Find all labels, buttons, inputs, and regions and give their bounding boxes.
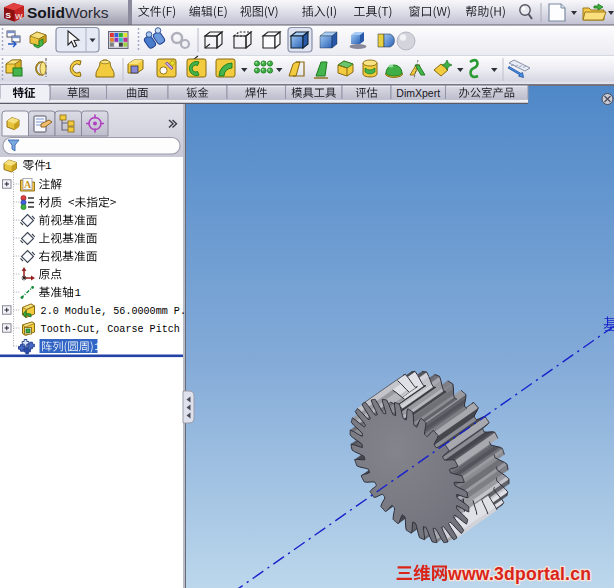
svg-text:www.3dportal.cn: www.3dportal.cn bbox=[447, 564, 591, 584]
svg-text:A: A bbox=[24, 179, 32, 190]
svg-text:2.0 Module, 56.0000mm P.: 2.0 Module, 56.0000mm P. bbox=[41, 306, 186, 317]
svg-text:1: 1 bbox=[74, 287, 81, 299]
svg-text:SolidWorks: SolidWorks bbox=[27, 4, 109, 21]
svg-text:DimXpert: DimXpert bbox=[396, 87, 440, 99]
svg-text:1: 1 bbox=[45, 160, 52, 172]
svg-text:1: 1 bbox=[94, 341, 101, 353]
svg-text:W: W bbox=[15, 12, 23, 21]
svg-text:Tooth-Cut, Coarse Pitch: Tooth-Cut, Coarse Pitch bbox=[41, 324, 180, 335]
svg-text:S: S bbox=[6, 11, 12, 20]
